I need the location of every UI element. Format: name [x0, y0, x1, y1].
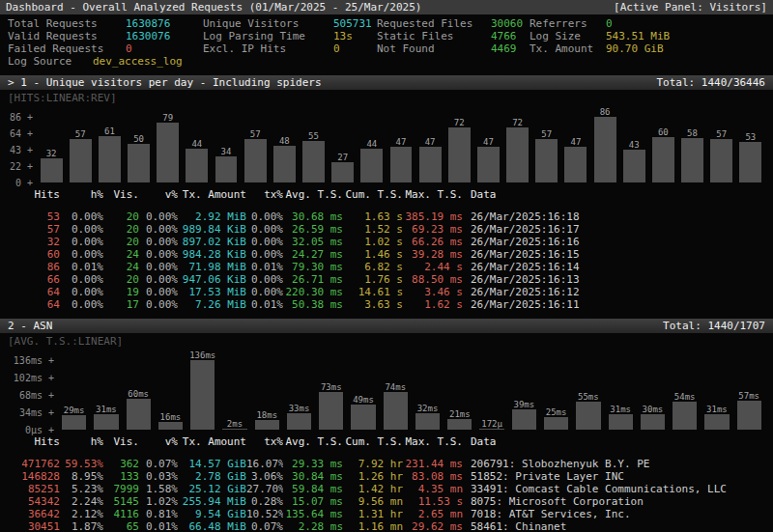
chart-bar-value-label: 47 — [396, 137, 407, 147]
panel-total: Total: 1440/36446 — [656, 75, 765, 90]
table-row[interactable]: 304511.87%650.01%66.48 MiB0.07%2.28 ms1.… — [0, 520, 773, 532]
table-cell: 59.53% — [60, 458, 103, 470]
table-cell: 1.58% — [139, 483, 178, 495]
y-axis-tick: 64 + — [10, 128, 33, 139]
chart-bar-rect — [384, 392, 408, 430]
chart-bar-rect — [448, 127, 471, 182]
chart-bar-value-label: 47 — [425, 137, 436, 147]
chart-bar-rect — [127, 399, 151, 430]
visitors-table: Hitsh%Vis.v%Tx. Amounttx%Avg. T.S.Cum. T… — [0, 182, 773, 311]
table-cell: 7.92 hr — [343, 458, 403, 470]
table-cell: 1.02 s — [343, 236, 403, 248]
table-row[interactable]: 570.00%200.00%989.84 KiB0.00%26.59 ms1.5… — [0, 223, 773, 236]
table-cell: 79.30 ms — [283, 261, 343, 273]
chart-bar: 79 — [154, 113, 183, 182]
column-header: Vis. — [103, 188, 139, 201]
column-header: Cum. T.S. — [343, 435, 403, 448]
chart-bar: 57ms — [733, 391, 765, 430]
table-cell: 947.06 KiB — [178, 273, 246, 286]
chart-bar-value-label: 25ms — [546, 407, 567, 417]
table-row[interactable]: 640.00%190.00%17.53 MiB0.00%220.30 ms14.… — [0, 286, 773, 298]
chart-bar: 16ms — [155, 412, 186, 430]
table-cell: 0.07% — [139, 458, 178, 470]
table-row[interactable]: 543422.24%51451.02%255.94 MiB0.28%15.07 … — [0, 495, 773, 508]
table-cell: 39.28 ms — [403, 248, 463, 261]
asn-avg-ts-chart: 136ms +102ms +68ms +34ms +0μs +29ms31ms6… — [0, 348, 773, 430]
summary-field-label: Log Parsing Time — [203, 30, 333, 42]
table-cell: 26.71 ms — [283, 273, 343, 286]
summary-row: Valid Requests1630076Log Parsing Time13s… — [0, 30, 773, 42]
table-row[interactable]: 320.00%200.00%897.02 KiB0.00%32.05 ms1.0… — [0, 236, 773, 248]
summary-field-value: 30060 — [491, 17, 530, 30]
table-cell: 14.57 GiB — [178, 458, 246, 470]
table-row[interactable]: 640.00%170.00%7.26 MiB0.01%50.38 ms3.63 … — [0, 298, 773, 311]
chart-bar-rect — [190, 360, 215, 430]
chart-bar: 30ms — [637, 405, 669, 430]
panel-asn: 2 - ASN Total: 1440/1707 [AVG. T.S.:LINE… — [0, 319, 773, 532]
chart-bar-value-label: 2ms — [227, 419, 243, 429]
chart-bar-rect — [157, 123, 179, 182]
table-cell: 385.19 ms — [403, 210, 463, 223]
table-cell: 0.01% — [246, 298, 283, 311]
panel-asn-header[interactable]: 2 - ASN Total: 1440/1707 — [0, 319, 773, 333]
table-cell: 0.00% — [246, 248, 283, 261]
chart-bar-value-label: 49ms — [353, 395, 374, 405]
chart-bar-value-label: 57 — [541, 129, 552, 139]
summary-field-label: Not Found — [377, 42, 491, 55]
chart-bar: 53 — [736, 132, 765, 182]
chart-bar-rect — [255, 420, 279, 430]
table-row[interactable]: 530.00%200.00%2.92 MiB0.00%30.68 ms1.63 … — [0, 210, 773, 223]
table-cell: 50.38 ms — [283, 298, 343, 311]
chart-bar-value-label: 86 — [600, 107, 611, 117]
chart-bar: 47 — [386, 137, 415, 182]
y-axis-tick: 43 + — [10, 145, 33, 155]
chart-bar-value-label: 44 — [191, 139, 202, 149]
column-header: Avg. T.S. — [283, 435, 343, 448]
summary-field-value: 90.70 GiB — [606, 42, 773, 55]
table-cell: 1.02% — [139, 495, 178, 508]
table-cell: 2.65 mn — [403, 508, 463, 520]
summary-field-label: Total Requests — [8, 17, 126, 30]
table-cell: 29.33 ms — [283, 458, 343, 470]
chart-bar: 55ms — [572, 392, 604, 430]
table-row[interactable]: 47176259.53%3620.07%14.57 GiB16.07%29.33… — [0, 458, 773, 470]
table-cell: 0.00% — [139, 273, 178, 286]
chart-bar-rect — [609, 414, 633, 430]
table-cell: 66.48 MiB — [178, 520, 246, 532]
table-cell: 0.00% — [246, 286, 283, 298]
table-header-row: Hitsh%Vis.v%Tx. Amounttx%Avg. T.S.Cum. T… — [0, 435, 773, 448]
table-cell: 2.44 s — [403, 261, 463, 273]
table-cell: 471762 — [0, 458, 60, 470]
table-row[interactable]: 860.01%240.00%71.98 MiB0.01%79.30 ms6.82… — [0, 261, 773, 273]
table-row[interactable]: 366422.12%41160.81%9.54 GiB10.52%135.64 … — [0, 508, 773, 520]
summary-field-value: 4469 — [491, 42, 530, 55]
chart-bar-value-label: 172μ — [481, 419, 502, 429]
table-cell: 66.26 ms — [403, 236, 463, 248]
chart-bar-value-label: 57 — [250, 129, 261, 139]
table-cell: 5.23% — [60, 483, 103, 495]
table-cell: 20 — [103, 236, 139, 248]
y-axis-tick: 136ms + — [14, 355, 54, 366]
chart-bar-rect — [544, 417, 568, 430]
chart-bar-rect — [704, 414, 729, 430]
table-cell: 0.00% — [139, 248, 178, 261]
chart-bar: 57 — [532, 129, 561, 182]
table-cell: 1.62 s — [403, 298, 463, 311]
chart-bar-value-label: 31ms — [706, 405, 728, 414]
chart-bar-value-label: 73ms — [321, 382, 342, 392]
chart-bar-rect — [302, 141, 325, 182]
summary-row: Total Requests1630876Unique Visitors5057… — [0, 17, 773, 30]
table-cell: 36642 — [0, 508, 60, 520]
chart-bar-rect — [215, 156, 238, 182]
y-axis-tick: 22 + — [10, 161, 33, 172]
panel-unique-visitors-header[interactable]: > 1 - Unique visitors per day - Includin… — [0, 75, 773, 90]
table-row[interactable]: 1468288.95%1330.03%2.78 GiB3.06%30.84 ms… — [0, 470, 773, 483]
summary-field-label: Referrers — [530, 17, 606, 30]
table-cell: 0.00% — [139, 210, 178, 223]
table-cell: 1.31 hr — [343, 508, 403, 520]
chart-bar-rect — [244, 139, 267, 182]
chart-bar-value-label: 60ms — [128, 389, 149, 399]
table-row[interactable]: 600.00%240.00%984.28 KiB0.00%24.27 ms1.4… — [0, 248, 773, 261]
table-row[interactable]: 852515.23%79991.58%25.12 GiB27.70%59.84 … — [0, 483, 773, 495]
table-row[interactable]: 660.00%200.00%947.06 KiB0.00%26.71 ms1.7… — [0, 273, 773, 286]
